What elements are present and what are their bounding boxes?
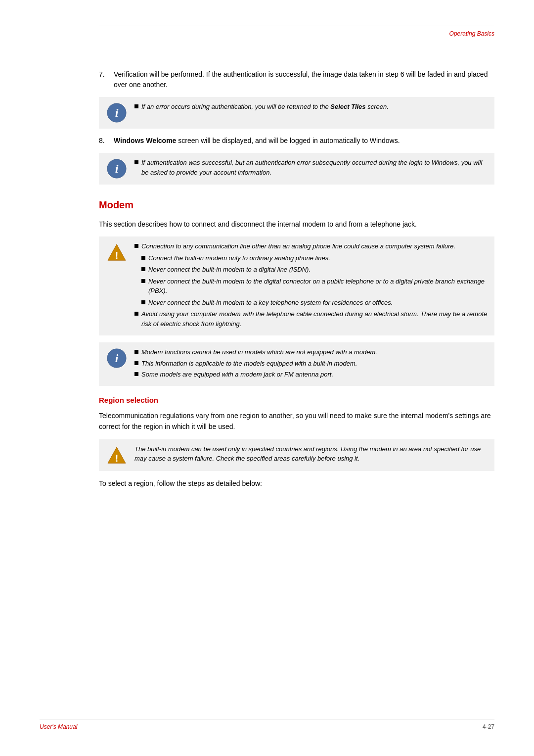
svg-text:i: i <box>115 106 119 119</box>
header-title: Operating Basics <box>449 30 494 37</box>
warning-text-1: Connect the built-in modem only to ordin… <box>148 253 330 263</box>
step-8-text: Windows Welcome screen will be displayed… <box>114 136 494 146</box>
bullet-sq-0 <box>134 244 138 248</box>
note-3-content: Modem functions cannot be used in models… <box>134 347 488 381</box>
warning-1-bullet-1: Connect the built-in modem only to ordin… <box>141 253 488 263</box>
warning-text-3: Never connect the built-in modem to the … <box>148 277 488 296</box>
svg-text:i: i <box>115 162 119 175</box>
note-3-text-0: Modem functions cannot be used in models… <box>141 347 377 357</box>
bullet-sq-1 <box>141 256 145 260</box>
bullet-sq-n2 <box>134 372 138 376</box>
region-warning-text: The built-in modem can be used only in s… <box>134 445 481 463</box>
note-3-bullet-2: Some models are equipped with a modem ja… <box>134 370 488 379</box>
warning-text-2: Never connect the built-in modem to a di… <box>148 265 311 275</box>
step-8-number: 8. <box>99 136 114 146</box>
note-box-2: i If authentication was successful, but … <box>99 153 494 185</box>
note-2-bullet: If authentication was successful, but an… <box>134 158 488 177</box>
info-circle-icon-2: i <box>107 159 127 179</box>
modem-heading: Modem <box>99 199 494 211</box>
warning-triangle-icon-2: ! <box>107 446 127 464</box>
region-steps-intro: To select a region, follow the steps as … <box>99 478 494 489</box>
note-1-text: If an error occurs during authentication… <box>141 102 389 112</box>
bullet-sq-4 <box>141 300 145 304</box>
warning-1-bullet-2: Never connect the built-in modem to a di… <box>141 265 488 275</box>
warning-1-content: Connection to any communication line oth… <box>134 241 488 331</box>
bullet-sq-n1 <box>134 361 138 365</box>
note-3-text-2: Some models are equipped with a modem ja… <box>141 370 333 379</box>
region-heading: Region selection <box>99 396 494 404</box>
svg-text:!: ! <box>115 250 119 261</box>
warning-1-bullet-3: Never connect the built-in modem to the … <box>141 277 488 296</box>
info-icon-2: i <box>106 158 128 180</box>
warning-box-1: ! Connection to any communication line o… <box>99 236 494 335</box>
warning-icon-2: ! <box>106 444 128 466</box>
note-3-bullet-0: Modem functions cannot be used in models… <box>134 347 488 357</box>
warning-icon-1: ! <box>106 241 128 263</box>
warning-text-4: Never connect the built-in modem to a ke… <box>148 298 393 308</box>
warning-text-5: Avoid using your computer modem with the… <box>141 309 488 329</box>
step-8: 8. Windows Welcome screen will be displa… <box>99 136 494 146</box>
svg-text:i: i <box>115 352 119 365</box>
note-1-bullet: If an error occurs during authentication… <box>134 102 488 112</box>
step-7-number: 7. <box>99 69 114 90</box>
bullet-sq-5 <box>134 312 138 316</box>
region-warning-box: ! The built-in modem can be used only in… <box>99 439 494 471</box>
info-circle-icon: i <box>107 103 127 123</box>
bullet-sq-3 <box>141 279 145 283</box>
region-warning-content: The built-in modem can be used only in s… <box>134 444 488 464</box>
main-content: 7. Verification will be performed. If th… <box>0 69 534 489</box>
page-container: Operating Basics 7. Verification will be… <box>0 0 534 756</box>
note-1-content: If an error occurs during authentication… <box>134 102 488 113</box>
footer-left: User's Manual <box>40 723 77 730</box>
note-box-3: i Modem functions cannot be used in mode… <box>99 342 494 386</box>
modem-intro: This section describes how to connect an… <box>99 219 494 230</box>
bullet-sq-n0 <box>134 350 138 354</box>
region-intro: Telecommunication regulations vary from … <box>99 410 494 432</box>
bullet-sq-2 <box>141 267 145 271</box>
info-circle-icon-3: i <box>107 348 127 368</box>
step-7-text: Verification will be performed. If the a… <box>114 69 494 90</box>
footer-right: 4-27 <box>483 723 494 730</box>
info-icon-3: i <box>106 347 128 369</box>
note-3-text-1: This information is applicable to the mo… <box>141 359 357 369</box>
footer-bar: User's Manual 4-27 <box>40 719 494 730</box>
warning-1-bullet-0: Connection to any communication line oth… <box>134 241 488 251</box>
info-icon-1: i <box>106 102 128 124</box>
warning-1-bullet-5: Avoid using your computer modem with the… <box>134 309 488 329</box>
note-2-content: If authentication was successful, but an… <box>134 158 488 179</box>
svg-text:!: ! <box>115 452 119 463</box>
note-box-1: i If an error occurs during authenticati… <box>99 97 494 129</box>
bullet-icon-2 <box>134 160 138 164</box>
bullet-icon <box>134 104 138 108</box>
warning-1-bullet-4: Never connect the built-in modem to a ke… <box>141 298 488 308</box>
warning-text-0: Connection to any communication line oth… <box>141 241 455 251</box>
note-2-text: If authentication was successful, but an… <box>141 158 488 177</box>
header-bar: Operating Basics <box>99 26 494 37</box>
warning-triangle-icon: ! <box>107 243 127 261</box>
note-3-bullet-1: This information is applicable to the mo… <box>134 359 488 369</box>
step-7: 7. Verification will be performed. If th… <box>99 69 494 90</box>
